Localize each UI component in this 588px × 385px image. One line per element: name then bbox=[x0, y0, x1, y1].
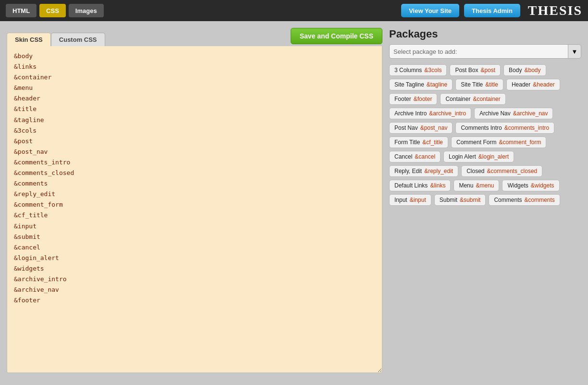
package-name: Archive Intro bbox=[394, 110, 427, 117]
package-ref: &title bbox=[485, 81, 498, 88]
package-badge[interactable]: Menu&menu bbox=[453, 180, 499, 191]
package-ref: &post bbox=[480, 67, 495, 74]
package-badge[interactable]: Closed&comments_closed bbox=[461, 165, 542, 177]
package-name: Post Nav bbox=[394, 124, 418, 131]
package-badge[interactable]: Footer&footer bbox=[389, 93, 437, 105]
package-badge[interactable]: Header&header bbox=[506, 79, 560, 90]
package-name: Submit bbox=[440, 197, 457, 203]
package-badge[interactable]: Archive Nav&archive_nav bbox=[474, 108, 553, 119]
package-ref: &submit bbox=[460, 197, 480, 203]
package-ref: &menu bbox=[476, 182, 494, 189]
package-ref: &cancel bbox=[415, 153, 435, 160]
css-editor[interactable] bbox=[7, 46, 382, 373]
view-site-button[interactable]: View Your Site bbox=[401, 4, 459, 17]
package-name: Input bbox=[394, 197, 407, 203]
package-ref: &login_alert bbox=[478, 153, 509, 160]
package-name: Post Box bbox=[455, 67, 478, 74]
package-ref: &widgets bbox=[531, 182, 554, 189]
package-ref: &comments bbox=[524, 197, 554, 203]
tabs-header: Skin CSS Custom CSS Save and Compile CSS bbox=[7, 28, 382, 46]
package-name: 3 Columns bbox=[394, 67, 422, 74]
package-name: Site Title bbox=[461, 81, 483, 88]
package-select-row: Select package to add: ▼ bbox=[389, 44, 581, 59]
package-badge[interactable]: Post Box&post bbox=[450, 64, 501, 76]
tab-custom-css[interactable]: Custom CSS bbox=[51, 33, 105, 46]
package-ref: &archive_intro bbox=[429, 110, 466, 117]
package-badge[interactable]: 3 Columns&3cols bbox=[389, 64, 447, 76]
package-badge[interactable]: Post Nav&post_nav bbox=[389, 122, 453, 134]
save-compile-button[interactable]: Save and Compile CSS bbox=[291, 28, 382, 44]
package-ref: &body bbox=[524, 67, 540, 74]
package-name: Form Title bbox=[394, 139, 420, 146]
package-badge[interactable]: Reply, Edit&reply_edit bbox=[389, 165, 458, 177]
package-ref: &archive_nav bbox=[513, 110, 548, 117]
tabs-row: Skin CSS Custom CSS bbox=[7, 33, 105, 46]
package-name: Comments Intro bbox=[461, 124, 502, 131]
nav-css-button[interactable]: CSS bbox=[39, 4, 66, 17]
package-badge[interactable]: Default Links&links bbox=[389, 180, 451, 191]
topbar: HTML CSS Images View Your Site Thesis Ad… bbox=[0, 0, 588, 21]
package-ref: &comments_closed bbox=[487, 168, 538, 174]
package-ref: &3cols bbox=[424, 67, 441, 74]
package-badge[interactable]: Comments&comments bbox=[489, 194, 560, 206]
package-ref: &comment_form bbox=[499, 139, 541, 146]
nav-html-button[interactable]: HTML bbox=[6, 4, 37, 17]
package-name: Body bbox=[509, 67, 522, 74]
left-panel: Skin CSS Custom CSS Save and Compile CSS bbox=[7, 28, 382, 374]
package-badge[interactable]: Widgets&widgets bbox=[502, 180, 559, 191]
thesis-logo: THESIS bbox=[528, 3, 582, 18]
package-badge[interactable]: Submit&submit bbox=[434, 194, 486, 206]
package-badge[interactable]: Body&body bbox=[503, 64, 546, 76]
package-name: Footer bbox=[394, 96, 411, 102]
package-name: Cancel bbox=[394, 153, 412, 160]
package-name: Login Alert bbox=[449, 153, 476, 160]
package-ref: &tagline bbox=[427, 81, 447, 88]
package-name: Reply, Edit bbox=[394, 168, 422, 174]
packages-title: Packages bbox=[389, 28, 581, 40]
package-ref: &comments_intro bbox=[504, 124, 549, 131]
package-ref: &footer bbox=[414, 96, 432, 102]
package-name: Comments bbox=[494, 197, 522, 203]
package-badge[interactable]: Cancel&cancel bbox=[389, 151, 441, 162]
package-ref: &container bbox=[473, 96, 500, 102]
package-badge[interactable]: Archive Intro&archive_intro bbox=[389, 108, 471, 119]
package-name: Default Links bbox=[394, 182, 428, 189]
package-badge[interactable]: Login Alert&login_alert bbox=[443, 151, 514, 162]
package-name: Menu bbox=[459, 182, 473, 189]
nav-images-button[interactable]: Images bbox=[69, 4, 104, 17]
package-name: Closed bbox=[466, 168, 484, 174]
package-badge[interactable]: Input&input bbox=[389, 194, 431, 206]
right-panel: Packages Select package to add: ▼ 3 Colu… bbox=[389, 28, 581, 374]
main-content: Skin CSS Custom CSS Save and Compile CSS… bbox=[0, 21, 588, 374]
package-badge[interactable]: Form Title&cf_title bbox=[389, 137, 448, 148]
package-ref: &links bbox=[430, 182, 445, 189]
package-name: Site Tagline bbox=[394, 81, 424, 88]
packages-grid: 3 Columns&3colsPost Box&postBody&bodySit… bbox=[389, 64, 581, 206]
package-badge[interactable]: Site Tagline&tagline bbox=[389, 79, 453, 90]
package-badge[interactable]: Comments Intro&comments_intro bbox=[455, 122, 554, 134]
package-badge[interactable]: Comment Form&comment_form bbox=[451, 137, 546, 148]
package-name: Container bbox=[445, 96, 470, 102]
package-name: Comment Form bbox=[456, 139, 496, 146]
package-ref: &input bbox=[410, 197, 426, 203]
package-select[interactable]: Select package to add: bbox=[389, 44, 580, 59]
thesis-admin-button[interactable]: Thesis Admin bbox=[464, 4, 520, 17]
package-ref: &post_nav bbox=[420, 124, 448, 131]
package-ref: &cf_title bbox=[422, 139, 443, 146]
package-badge[interactable]: Site Title&title bbox=[455, 79, 503, 90]
package-name: Header bbox=[512, 81, 530, 88]
package-name: Widgets bbox=[507, 182, 528, 189]
package-ref: &header bbox=[533, 81, 554, 88]
package-name: Archive Nav bbox=[479, 110, 511, 117]
tab-skin-css[interactable]: Skin CSS bbox=[7, 33, 51, 46]
package-badge[interactable]: Container&container bbox=[440, 93, 505, 105]
package-ref: &reply_edit bbox=[424, 168, 453, 174]
